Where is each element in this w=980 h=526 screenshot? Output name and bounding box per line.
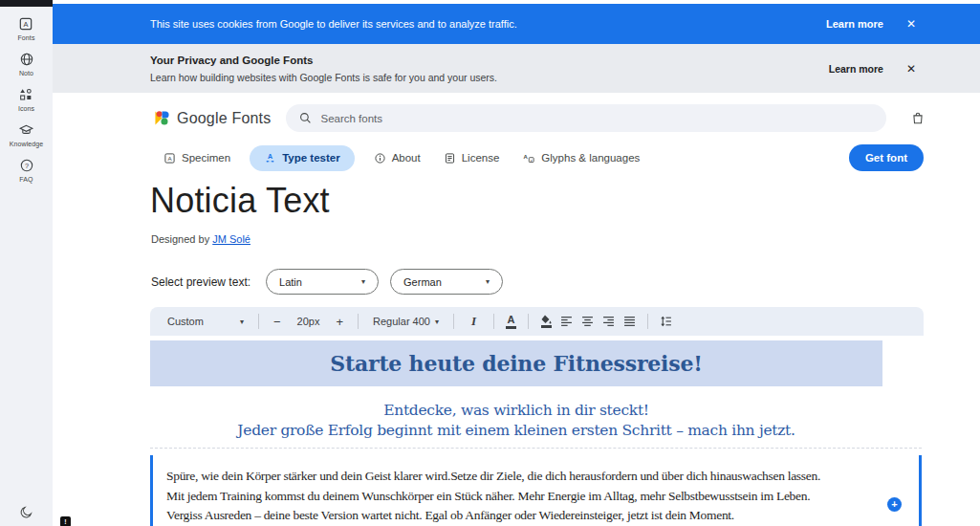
highlight-color-button[interactable] [540, 315, 552, 328]
privacy-message: Learn how building websites with Google … [150, 72, 497, 83]
sidebar-item-icons[interactable]: Icons [18, 87, 34, 112]
preview-controls-label: Select preview text: [151, 275, 250, 289]
increase-size-button[interactable]: + [333, 314, 346, 330]
add-text-block-button[interactable]: + [887, 497, 902, 512]
align-justify-button[interactable] [623, 316, 636, 327]
designed-by-label: Designed by [151, 233, 209, 245]
svg-text:A: A [24, 20, 29, 29]
preview-paragraph-editor[interactable]: Spüre, wie dein Körper stärker und dein … [150, 455, 922, 526]
preview-heading-block[interactable]: Starte heute deine Fitnessreise! [150, 340, 882, 386]
style-select[interactable]: Custom ▾ [164, 314, 247, 329]
italic-button[interactable]: I [466, 312, 482, 331]
bag-icon[interactable] [911, 111, 925, 125]
chevron-down-icon: ▾ [435, 318, 439, 326]
toolbar-divider [528, 314, 529, 329]
sidebar-item-label: Knowledge [10, 141, 44, 147]
question-circle-icon: ? [19, 158, 34, 173]
document-icon [444, 152, 456, 164]
plus-icon: + [336, 316, 343, 328]
tab-about[interactable]: About [362, 145, 432, 171]
decrease-size-button[interactable]: − [271, 314, 284, 330]
plus-circle-icon: + [891, 499, 897, 510]
svg-text:A: A [524, 153, 529, 159]
left-nav-rail: A Fonts Noto Icons Knowledge ? F [0, 0, 53, 526]
sidebar-item-knowledge[interactable]: Knowledge [10, 122, 44, 147]
preview-controls: Select preview text: Latin ▾ German ▾ [151, 269, 980, 295]
font-size-value: 20px [293, 316, 325, 327]
chevron-down-icon: ▾ [361, 277, 365, 286]
logo-text: Google Fonts [177, 110, 271, 127]
browser-chrome-strip [0, 0, 53, 7]
preview-heading-text: Starte heute deine Fitnessreise! [330, 351, 702, 376]
paint-bucket-icon [540, 315, 552, 324]
byline: Designed by JM Solé [151, 233, 980, 245]
toolbar-divider [647, 314, 648, 329]
search-input[interactable] [320, 113, 873, 124]
script-select-value: Latin [279, 276, 302, 288]
cookie-close-icon[interactable]: ✕ [906, 18, 916, 30]
toolbar-divider [493, 314, 494, 329]
privacy-banner: Your Privacy and Google Fonts Learn how … [53, 44, 980, 93]
sidebar-item-fonts[interactable]: A Fonts [17, 16, 34, 41]
tab-label: Specimen [182, 152, 230, 164]
privacy-title: Your Privacy and Google Fonts [150, 55, 497, 66]
italic-icon: I [468, 314, 479, 329]
toolbar-divider [358, 314, 359, 329]
preview-intro-block[interactable]: Entdecke, was wirklich in dir steckt! Je… [150, 401, 882, 441]
language-select-value: German [403, 276, 442, 288]
tab-label: Glyphs & languages [541, 152, 640, 164]
search-bar[interactable] [286, 104, 886, 132]
preview-paragraph-line: Vergiss Ausreden – deine beste Version w… [166, 506, 873, 526]
line-spacing-button[interactable] [660, 316, 672, 327]
tab-glyphs-languages[interactable]: Az Glyphs & languages [511, 145, 651, 171]
script-select[interactable]: Latin ▾ [266, 269, 379, 295]
moon-icon [19, 505, 33, 519]
search-icon [299, 112, 312, 124]
sidebar-item-label: Fonts [17, 34, 34, 41]
get-font-button[interactable]: Get font [849, 144, 924, 171]
info-icon [374, 152, 386, 164]
tab-specimen[interactable]: A Specimen [152, 145, 242, 171]
fonts-icon: A [18, 16, 33, 32]
preview-intro-line: Entdecke, was wirklich in dir steckt! [150, 401, 882, 421]
globe-icon [19, 52, 34, 67]
weight-select-value: Regular 400 [373, 316, 430, 327]
dark-mode-toggle[interactable] [0, 505, 53, 519]
toolbar-divider [453, 314, 454, 329]
svg-text:A: A [268, 153, 272, 160]
tab-label: License [462, 152, 500, 164]
specimen-icon: A [163, 152, 176, 164]
chevron-down-icon: ▾ [486, 277, 490, 286]
text-color-button[interactable]: A [506, 315, 516, 329]
privacy-learn-more-link[interactable]: Learn more [829, 63, 883, 75]
preview-paragraph-line: Spüre, wie dein Körper stärker und dein … [166, 467, 873, 487]
page-title: Noticia Text [150, 181, 980, 221]
tab-label: Type tester [282, 152, 340, 164]
tab-license[interactable]: License [432, 145, 512, 171]
align-right-button[interactable] [602, 316, 615, 327]
align-left-button[interactable] [560, 316, 573, 327]
preview-paragraph-line: Mit jedem Training kommst du deinem Wuns… [166, 487, 873, 507]
tab-type-tester[interactable]: A Type tester [250, 145, 355, 171]
app-header: Google Fonts [53, 93, 980, 132]
privacy-close-icon[interactable]: ✕ [906, 63, 916, 75]
language-select[interactable]: German ▾ [390, 269, 503, 295]
weight-select[interactable]: Regular 400 ▾ [370, 314, 442, 329]
google-fonts-logo[interactable]: Google Fonts [154, 110, 271, 127]
graduation-cap-icon [18, 122, 34, 138]
exclamation-glyph: ! [64, 518, 66, 525]
toolbar-divider [258, 314, 259, 329]
sidebar-item-noto[interactable]: Noto [19, 52, 34, 77]
alert-badge: ! [60, 516, 71, 526]
align-center-button[interactable] [581, 316, 594, 327]
preview-intro-line: Jeder große Erfolg beginnt mit einem kle… [150, 421, 882, 441]
designer-link[interactable]: JM Solé [212, 233, 250, 245]
svg-text:A: A [167, 154, 172, 161]
style-select-value: Custom [167, 316, 204, 327]
sidebar-item-label: Icons [18, 105, 34, 112]
cookie-message: This site uses cookies from Google to de… [150, 18, 517, 30]
sidebar-item-faq[interactable]: ? FAQ [19, 158, 34, 183]
sidebar-item-label: Noto [19, 70, 33, 77]
shapes-icon [18, 87, 33, 102]
cookie-learn-more-link[interactable]: Learn more [826, 18, 883, 30]
